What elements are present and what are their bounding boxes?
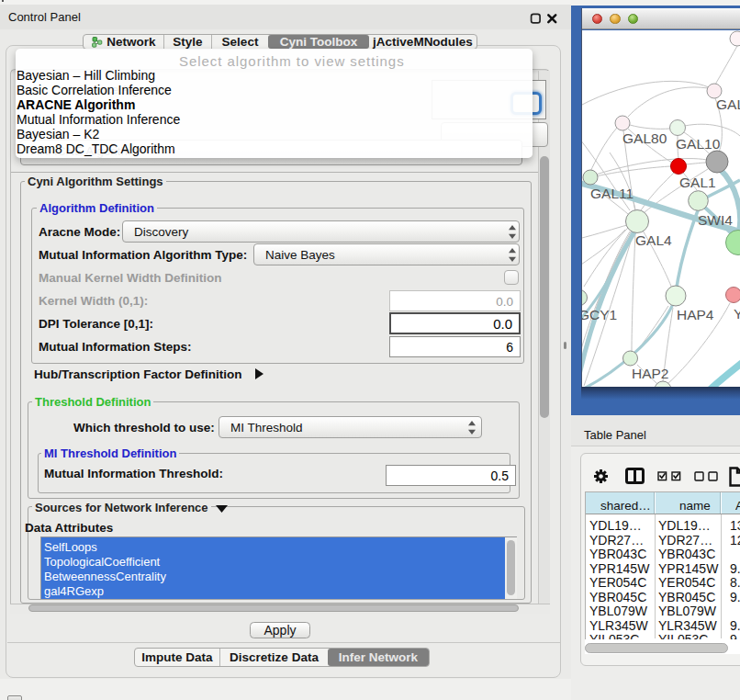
- svg-text:Y: Y: [734, 306, 740, 322]
- svg-text:GAL: GAL: [716, 96, 740, 112]
- svg-text:HAP4: HAP4: [677, 307, 714, 322]
- svg-text:SWI4: SWI4: [698, 212, 733, 228]
- svg-text:GAL10: GAL10: [676, 136, 721, 152]
- svg-text:GAL11: GAL11: [590, 186, 633, 201]
- svg-text:GAL4: GAL4: [635, 232, 672, 248]
- svg-text:HAP2: HAP2: [632, 366, 669, 381]
- svg-text:GAL80: GAL80: [622, 130, 667, 146]
- svg-text:GAL1: GAL1: [679, 175, 716, 190]
- svg-text:GCY1: GCY1: [582, 307, 617, 322]
